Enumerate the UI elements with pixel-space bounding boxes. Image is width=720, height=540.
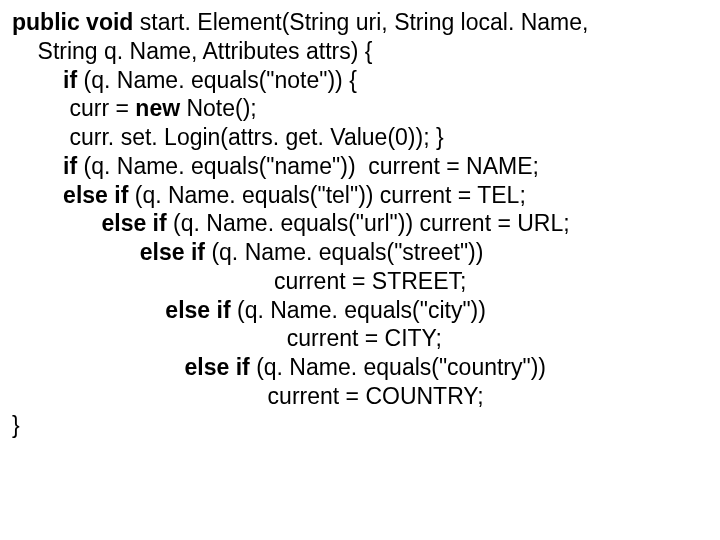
keyword-span: else if [12, 182, 135, 208]
text-span: current = COUNTRY; [12, 383, 484, 409]
code-line: public void start. Element(String uri, S… [12, 8, 708, 37]
code-line: current = CITY; [12, 324, 708, 353]
text-span: String q. Name, Attributes attrs) { [12, 38, 372, 64]
keyword-span: if [12, 67, 84, 93]
code-line: else if (q. Name. equals("city")) [12, 296, 708, 325]
text-span: (q. Name. equals("name")) current = NAME… [84, 153, 539, 179]
code-line: else if (q. Name. equals("street")) [12, 238, 708, 267]
keyword-span: else if [12, 297, 237, 323]
code-line: else if (q. Name. equals("tel")) current… [12, 181, 708, 210]
code-line: current = COUNTRY; [12, 382, 708, 411]
keyword-span: else if [12, 210, 173, 236]
text-span: curr = [12, 95, 135, 121]
text-span: (q. Name. equals("country")) [256, 354, 546, 380]
code-line: curr. set. Login(attrs. get. Value(0)); … [12, 123, 708, 152]
code-line: current = STREET; [12, 267, 708, 296]
code-line: else if (q. Name. equals("url")) current… [12, 209, 708, 238]
text-span: (q. Name. equals("url")) current = URL; [173, 210, 570, 236]
text-span: (q. Name. equals("tel")) current = TEL; [135, 182, 526, 208]
text-span: Note(); [186, 95, 256, 121]
code-line: curr = new Note(); [12, 94, 708, 123]
code-line: else if (q. Name. equals("country")) [12, 353, 708, 382]
text-span: (q. Name. equals("street")) [211, 239, 483, 265]
code-line: String q. Name, Attributes attrs) { [12, 37, 708, 66]
keyword-span: new [135, 95, 186, 121]
keyword-span: else if [12, 354, 256, 380]
text-span: (q. Name. equals("note")) { [84, 67, 357, 93]
text-span: (q. Name. equals("city")) [237, 297, 486, 323]
keyword-span: if [12, 153, 84, 179]
text-span: } [12, 412, 20, 438]
code-line: } [12, 411, 708, 440]
code-line: if (q. Name. equals("name")) current = N… [12, 152, 708, 181]
text-span: curr. set. Login(attrs. get. Value(0)); … [12, 124, 444, 150]
text-span: start. Element(String uri, String local.… [140, 9, 589, 35]
keyword-span: public void [12, 9, 140, 35]
keyword-span: else if [12, 239, 211, 265]
text-span: current = CITY; [12, 325, 442, 351]
code-line: if (q. Name. equals("note")) { [12, 66, 708, 95]
code-block: public void start. Element(String uri, S… [12, 8, 708, 439]
text-span: current = STREET; [12, 268, 466, 294]
